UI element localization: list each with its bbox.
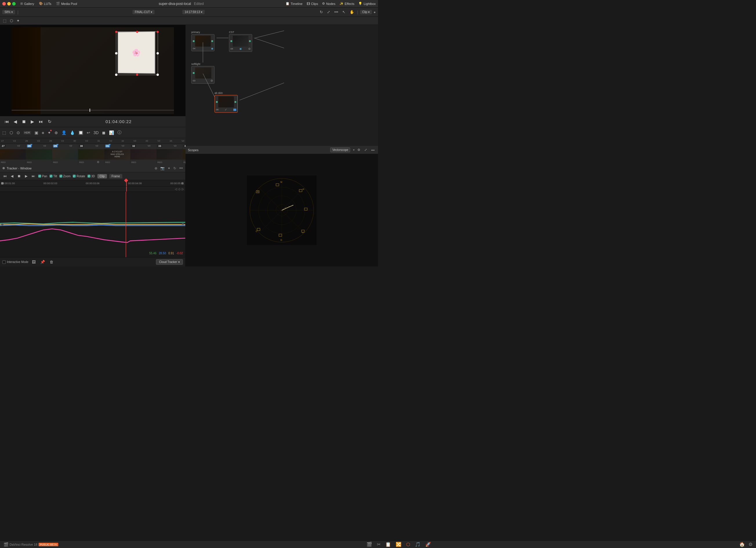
scopes-expand[interactable]: ⤢ <box>363 148 368 152</box>
loop-button[interactable]: ↻ <box>47 119 53 125</box>
prev-frame-button[interactable]: ◀ <box>12 119 18 125</box>
interactive-checkbox-box[interactable] <box>2 261 6 264</box>
check-zoom[interactable]: ✓ Zoom <box>59 175 71 178</box>
zoom-checkbox[interactable]: ✓ <box>59 175 62 178</box>
go-to-start-button[interactable]: ⏮ <box>3 119 10 125</box>
menu-effects[interactable]: ✨ Effects <box>339 2 354 6</box>
tracker-image-btn[interactable]: 🖼 <box>31 259 37 265</box>
more-button[interactable]: ••• <box>333 9 339 15</box>
go-to-end-button[interactable]: ⏭ <box>38 119 44 125</box>
clip-item-34[interactable]: 34 V2 RED <box>183 144 186 164</box>
tool-paint[interactable]: 💧 <box>70 130 75 135</box>
tool-box[interactable]: ▣ <box>34 130 38 135</box>
node-num-03: 03 <box>193 79 195 82</box>
node-cst[interactable]: CST 05 ⚙ <box>229 31 252 52</box>
clip-item-32[interactable]: 32 V2 RED <box>130 144 157 164</box>
fullscreen-button[interactable]: ⤢ <box>326 9 331 15</box>
tool-circle[interactable]: ⊙ <box>17 130 20 135</box>
keyframe-row: ◁ ◇ ▷ <box>0 187 185 192</box>
menu-luts[interactable]: 🎨 LUTs <box>39 2 51 6</box>
cloud-tracker-button[interactable]: Cloud Tracker ▾ <box>156 259 183 265</box>
check-3d[interactable]: ✓ 3D <box>88 175 95 178</box>
clip-label-button[interactable]: Clip ▾ <box>360 10 372 14</box>
tracker-timeline[interactable]: 00:00:01:00 00:00:02:03 00:00:03:06 00:0… <box>0 180 185 187</box>
pan-checkbox[interactable]: ✓ <box>38 175 41 178</box>
project-name-button[interactable]: FINAL-CUT ▾ <box>132 10 155 14</box>
tilt-checkbox[interactable]: ✓ <box>50 175 52 178</box>
tool-scope[interactable]: ⬚ <box>2 130 6 135</box>
refresh-button[interactable]: ↻ <box>319 9 324 15</box>
clip-item-28[interactable]: 28 V2 RED <box>26 144 52 164</box>
tool-mask[interactable]: 🔲 <box>78 130 83 135</box>
tracker-stop[interactable]: ⏹ <box>17 174 22 179</box>
tool-grid[interactable]: ⬡ <box>10 130 13 135</box>
tool-crop[interactable]: ⬡ <box>9 18 14 23</box>
node-primary-label: primary <box>191 31 215 34</box>
clip-item-33[interactable]: 33 V2 RED <box>157 144 183 164</box>
menu-timeline[interactable]: 📋 Timeline <box>286 2 303 6</box>
3d-checkbox[interactable]: ✓ <box>88 175 90 178</box>
cursor-tool[interactable]: ↖ <box>341 9 347 15</box>
node-akskin[interactable]: ak-skin 06 ✓ <box>215 92 238 113</box>
tracker-more-icon[interactable]: ••• <box>179 166 183 170</box>
clip-item-27[interactable]: 27 V2 RED <box>0 144 26 164</box>
check-rotate[interactable]: ✓ Rotate <box>73 175 85 178</box>
tool-info[interactable]: ⓘ <box>117 130 121 135</box>
tracker-prev[interactable]: ◀ <box>10 174 14 179</box>
tool-undo[interactable]: ↩ <box>87 130 90 135</box>
close-button[interactable] <box>2 2 6 6</box>
scroll-left-handle[interactable] <box>1 223 3 226</box>
clip-thumb-28 <box>26 149 52 160</box>
frame-mode-button[interactable]: Frame <box>109 174 122 179</box>
tool-transform[interactable]: ⬚ <box>2 18 7 23</box>
tool-magic[interactable]: ✦ <box>16 18 20 23</box>
rotate-checkbox[interactable]: ✓ <box>73 175 76 178</box>
tool-chart[interactable]: 📊 <box>109 130 114 135</box>
tracker-go-start[interactable]: ⏮ <box>2 174 8 179</box>
tracker-pin-btn[interactable]: 📌 <box>39 259 46 265</box>
menu-gallery[interactable]: ⊞ Gallery <box>20 2 34 6</box>
tracker-play[interactable]: ▶ <box>24 174 28 179</box>
tool-3d[interactable]: 3D <box>94 130 99 135</box>
menu-right: 📋 Timeline 🎞 Clips ⚙ Nodes ✨ Effects 💡 L… <box>286 2 376 6</box>
menu-clips[interactable]: 🎞 Clips <box>307 2 318 6</box>
play-button[interactable]: ▶ <box>30 119 35 125</box>
tracker-go-end[interactable]: ⏭ <box>31 174 36 179</box>
hand-tool[interactable]: ✋ <box>348 9 355 15</box>
tool-magic-wand[interactable]: ✦ <box>48 130 51 135</box>
minimize-button[interactable] <box>7 2 11 6</box>
kf-diamond-icon[interactable]: ◇ <box>178 188 181 191</box>
scopes-more[interactable]: ••• <box>370 148 376 152</box>
scroll-right-handle[interactable] <box>182 223 184 226</box>
clip-dropdown-icon: ▾ <box>368 10 370 14</box>
node-primary[interactable]: primary 04 <box>191 31 215 51</box>
maximize-button[interactable] <box>12 2 16 6</box>
interactive-mode-checkbox[interactable]: Interactive Mode <box>2 261 28 264</box>
clip-item-31[interactable]: 31 V2 A CYCLISTWAS STRUCKHERE RED <box>104 144 130 164</box>
tool-fill[interactable]: ◼ <box>102 130 106 135</box>
timecode-button[interactable]: 14:17:59:13 ▾ <box>182 10 205 14</box>
menu-nodes[interactable]: ⚙ Nodes <box>322 2 335 6</box>
tool-target[interactable]: ⊕ <box>54 130 58 135</box>
kf-right-icon[interactable]: ▷ <box>182 188 184 191</box>
check-tilt[interactable]: ✓ Tilt <box>50 175 57 178</box>
scopes-settings[interactable]: ⚙ <box>356 148 361 152</box>
tool-settings[interactable]: ⎈ <box>42 130 44 135</box>
clip-item-29[interactable]: 29 V2 RED <box>52 144 78 164</box>
scrub-bar[interactable] <box>12 110 174 111</box>
stop-button[interactable]: ⏹ <box>21 119 27 125</box>
menu-media-pool[interactable]: 🎬 Media Pool <box>56 2 77 6</box>
clip-mode-button[interactable]: Clip <box>97 174 107 179</box>
tool-person[interactable]: 👤 <box>61 130 66 135</box>
tool-hdr[interactable]: HDR <box>23 131 31 134</box>
node-cst-in <box>230 40 232 42</box>
vectorscope-selector[interactable]: Vectorscope <box>330 148 350 152</box>
vectorscope-dropdown[interactable]: ▾ <box>353 148 355 152</box>
check-pan[interactable]: ✓ Pan <box>38 175 47 178</box>
kf-left-icon[interactable]: ◁ <box>175 188 177 191</box>
tracker-delete-btn[interactable]: 🗑 <box>48 259 54 265</box>
clip-item-30[interactable]: 30 V2 RED ⚙ <box>78 144 104 164</box>
zoom-button[interactable]: 58% ▾ <box>2 10 15 14</box>
menu-lightbox[interactable]: 💡 Lightbox <box>358 2 376 6</box>
node-softlight[interactable]: softlight 03 ⚙ <box>191 63 215 84</box>
